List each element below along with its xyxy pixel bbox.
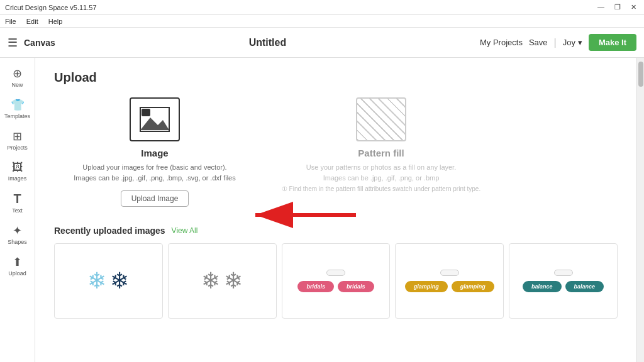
image-card-5[interactable]: balance balance: [509, 243, 618, 319]
text-icon: T: [13, 192, 21, 206]
sidebar-text-label: Text: [12, 207, 23, 214]
pattern-fill-note: ① Find them in the pattern fill attribut…: [282, 185, 480, 192]
maximize-button[interactable]: ❐: [612, 3, 623, 11]
snowflakes-gray: ❄ ❄: [195, 261, 249, 300]
image-card-4[interactable]: glamping glamping: [395, 243, 504, 319]
label-row-top2: [440, 270, 459, 276]
title-bar-left: Cricut Design Space v5.11.57: [5, 4, 97, 11]
new-icon: ⊕: [13, 67, 22, 80]
main-layout: ⊕ New 👕 Templates ⊞ Projects 🖼 Images T …: [0, 58, 644, 362]
sidebar-item-images[interactable]: 🖼 Images: [0, 157, 35, 185]
hamburger-icon[interactable]: ☰: [8, 36, 18, 50]
upload-page-title: Upload: [54, 70, 618, 85]
pill-yellow-1: glamping: [405, 281, 448, 292]
sidebar-item-new[interactable]: ⊕ New: [0, 63, 35, 92]
sidebar-images-label: Images: [8, 175, 27, 182]
menu-file[interactable]: File: [5, 18, 16, 25]
upload-options: Image Upload your images for free (basic…: [54, 97, 618, 207]
content-area: Upload Image Upload your images for free…: [35, 58, 636, 362]
label-row-bottom2: glamping glamping: [405, 281, 494, 292]
image-card-1[interactable]: ❄ ❄: [54, 243, 163, 319]
pill-pink-2: bridals: [338, 281, 374, 292]
pill-pink-1: bridals: [297, 281, 334, 292]
pill-outline-2: [440, 270, 459, 276]
menu-bar: File Edit Help: [0, 15, 644, 28]
sidebar-item-upload[interactable]: ⬆ Upload: [0, 251, 35, 280]
image-option-desc1: Upload your images for free (basic and v…: [82, 162, 226, 173]
label-row-top: [326, 270, 345, 276]
header-right: My Projects Save | Joy ▾ Make It: [480, 34, 636, 51]
save-button[interactable]: Save: [529, 38, 548, 47]
image-option-title: Image: [141, 148, 168, 158]
images-icon: 🖼: [12, 161, 23, 174]
sidebar-item-projects[interactable]: ⊞ Projects: [0, 126, 35, 155]
menu-help[interactable]: Help: [48, 18, 63, 25]
projects-icon: ⊞: [13, 129, 22, 143]
svg-marker-2: [140, 118, 169, 130]
sidebar-templates-label: Templates: [4, 113, 30, 119]
chevron-down-icon: ▾: [578, 38, 582, 47]
sidebar-item-text[interactable]: T Text: [0, 188, 35, 217]
pattern-fill-icon-box: [356, 97, 406, 141]
shapes-icon: ✦: [13, 224, 22, 238]
snowflake-2: ❄: [110, 268, 129, 294]
image-placeholder-icon: [139, 106, 170, 133]
pattern-fill-option: Pattern fill Use your patterns or photos…: [280, 97, 482, 207]
pattern-fill-title: Pattern fill: [358, 148, 404, 158]
recently-header: Recently uploaded images View All: [54, 226, 618, 236]
page-title: Untitled: [249, 37, 287, 48]
pill-teal-2: balance: [565, 281, 604, 292]
header-left: ☰ Canvas: [8, 36, 55, 50]
image-icon-box: [130, 97, 180, 141]
pill-outline-1: [326, 270, 345, 276]
minimize-button[interactable]: —: [595, 3, 607, 11]
recently-section: Recently uploaded images View All ❄ ❄ ❄ …: [54, 226, 618, 319]
image-option-desc2: Images can be .jpg, .gif, .png, .bmp, .s…: [74, 173, 235, 184]
label-row-top3: [554, 270, 573, 276]
label-row-bottom: bridals bridals: [297, 281, 374, 292]
snowflakes-blue: ❄ ❄: [81, 261, 135, 300]
pill-yellow-2: glamping: [452, 281, 494, 292]
sidebar-upload-label: Upload: [8, 270, 26, 277]
upload-icon: ⬆: [13, 255, 22, 269]
title-bar-controls[interactable]: — ❐ ✕: [595, 3, 639, 11]
title-bar: Cricut Design Space v5.11.57 — ❐ ✕: [0, 0, 644, 15]
upload-image-button[interactable]: Upload Image: [121, 190, 189, 207]
make-it-button[interactable]: Make It: [589, 34, 636, 51]
view-all-link[interactable]: View All: [172, 226, 198, 235]
my-projects-button[interactable]: My Projects: [480, 38, 523, 47]
pattern-fill-desc2: Images can be .jpg, .gif, .png, or .bmp: [323, 173, 440, 184]
sidebar-projects-label: Projects: [7, 145, 28, 151]
left-sidebar: ⊕ New 👕 Templates ⊞ Projects 🖼 Images T …: [0, 58, 35, 362]
pill-teal-1: balance: [523, 281, 562, 292]
app-name-label: Cricut Design Space v5.11.57: [5, 4, 97, 11]
scrollbar-thumb[interactable]: [638, 62, 643, 87]
label-row-bottom3: balance balance: [523, 281, 604, 292]
image-upload-option: Image Upload your images for free (basic…: [54, 97, 255, 207]
pattern-fill-desc1: Use your patterns or photos as a fill on…: [306, 162, 456, 173]
app-header: ☰ Canvas Untitled My Projects Save | Joy…: [0, 28, 644, 58]
teal-labels: balance balance: [516, 263, 610, 299]
sidebar-new-label: New: [11, 82, 23, 88]
user-menu-button[interactable]: Joy ▾: [563, 38, 582, 47]
snowflake-1: ❄: [87, 268, 106, 294]
snowflake-3: ❄: [201, 268, 220, 294]
snowflake-4: ❄: [224, 268, 243, 294]
scrollbar[interactable]: [636, 58, 644, 362]
image-grid: ❄ ❄ ❄ ❄: [54, 243, 618, 319]
canvas-label: Canvas: [24, 38, 55, 48]
svg-rect-1: [142, 109, 150, 116]
recently-title: Recently uploaded images: [54, 226, 165, 236]
sidebar-item-shapes[interactable]: ✦ Shapes: [0, 220, 35, 249]
sidebar-item-templates[interactable]: 👕 Templates: [0, 94, 35, 123]
templates-icon: 👕: [11, 98, 25, 112]
pill-outline-3: [554, 270, 573, 276]
sidebar-shapes-label: Shapes: [8, 239, 27, 245]
image-card-2[interactable]: ❄ ❄: [168, 243, 277, 319]
image-card-3[interactable]: bridals bridals: [282, 243, 391, 319]
close-button[interactable]: ✕: [628, 3, 639, 11]
pink-labels: bridals bridals: [291, 263, 380, 299]
user-name-label: Joy: [563, 38, 575, 47]
menu-edit[interactable]: Edit: [26, 18, 38, 25]
header-separator: |: [554, 37, 557, 48]
